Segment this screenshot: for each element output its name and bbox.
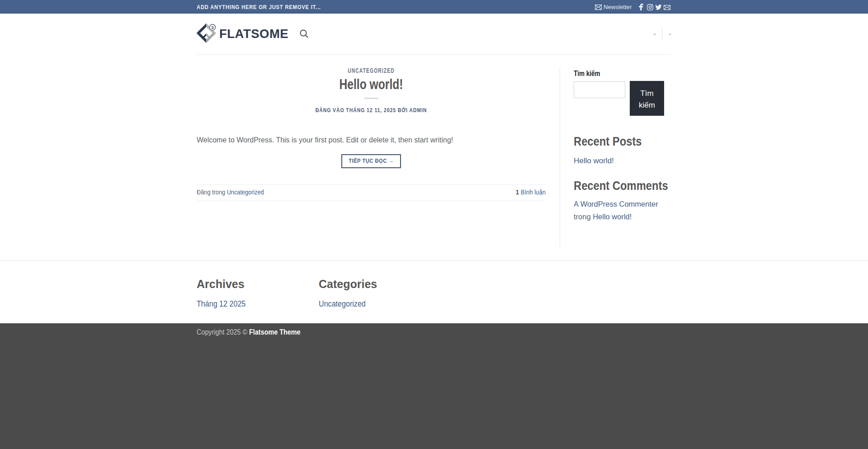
svg-text:3: 3 — [211, 25, 213, 30]
